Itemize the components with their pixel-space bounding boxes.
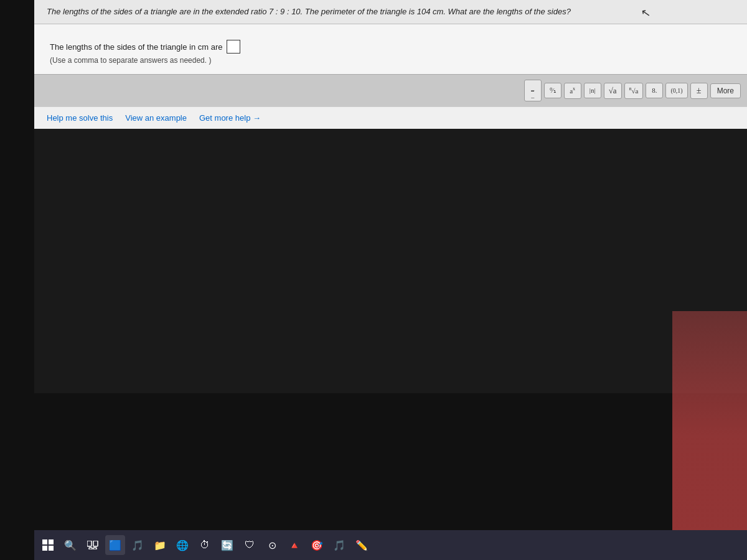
decimal-button[interactable]: 8. (646, 83, 663, 98)
absolute-value-button[interactable]: |n| (584, 83, 601, 98)
answer-area: The lengths of the sides of the triangle… (34, 24, 747, 74)
taskbar: 🔍 🟦 🎵 📁 🌐 ⏱ 🔄 🛡 ⊙ 🔺 🎯 🎵 ✏️ (34, 530, 747, 560)
nth-root-button[interactable]: n√a (624, 83, 644, 99)
superscript-button[interactable]: ax (564, 83, 581, 99)
taskbar-icon-8[interactable]: ⊙ (262, 535, 282, 555)
content-wrapper: The lengths of the sides of a triangle a… (34, 0, 747, 411)
dark-bottom-area (0, 393, 747, 530)
taskbar-icon-7[interactable]: 🛡 (240, 535, 260, 555)
svg-rect-1 (49, 539, 54, 544)
answer-label: The lengths of the sides of the triangle… (50, 42, 223, 52)
taskbar-task-view-icon[interactable] (83, 535, 103, 555)
fraction-button[interactable]: __ (524, 80, 542, 101)
taskbar-icon-4[interactable]: 🌐 (172, 535, 192, 555)
get-more-help-link[interactable]: Get more help → (199, 113, 261, 123)
question-text: The lengths of the sides of a triangle a… (47, 7, 571, 16)
bottom-links-bar: Help me solve this View an example Get m… (34, 106, 747, 129)
content-card: The lengths of the sides of the triangle… (34, 24, 747, 129)
sqrt-button[interactable]: √a (604, 83, 622, 99)
svg-rect-7 (93, 548, 96, 549)
taskbar-icon-3[interactable]: 📁 (150, 535, 170, 555)
taskbar-icon-11[interactable]: 🎵 (329, 535, 349, 555)
svg-rect-6 (89, 548, 92, 549)
taskbar-search-icon[interactable]: 🔍 (60, 535, 80, 555)
svg-rect-4 (87, 541, 92, 546)
help-me-solve-link[interactable]: Help me solve this (47, 113, 113, 123)
taskbar-icon-5[interactable]: ⏱ (195, 535, 215, 555)
math-toolbar: __ ⁰⁄₁ ax |n| √a n√a 8. (0,1) (34, 74, 747, 106)
svg-rect-2 (42, 546, 47, 551)
taskbar-icon-6[interactable]: 🔄 (217, 535, 237, 555)
taskbar-icon-1[interactable]: 🟦 (105, 535, 125, 555)
taskbar-icon-12[interactable]: ✏️ (352, 535, 372, 555)
question-bar: The lengths of the sides of a triangle a… (34, 0, 747, 24)
svg-rect-5 (93, 541, 98, 546)
taskbar-icon-9[interactable]: 🔺 (284, 535, 304, 555)
taskbar-icon-10[interactable]: 🎯 (307, 535, 327, 555)
more-button[interactable]: More (710, 83, 741, 98)
answer-input-box[interactable] (227, 40, 240, 54)
taskbar-icon-2[interactable]: 🎵 (128, 535, 148, 555)
plus-minus-button[interactable]: ± (690, 83, 708, 99)
answer-label-row: The lengths of the sides of the triangle… (50, 40, 731, 54)
svg-rect-0 (42, 539, 47, 544)
view-example-link[interactable]: View an example (125, 113, 187, 123)
interval-button[interactable]: (0,1) (665, 83, 687, 98)
answer-note: (Use a comma to separate answers as need… (50, 56, 731, 65)
svg-rect-3 (49, 546, 54, 551)
mixed-number-button[interactable]: ⁰⁄₁ (544, 83, 561, 98)
taskbar-start-icon[interactable] (38, 535, 58, 555)
